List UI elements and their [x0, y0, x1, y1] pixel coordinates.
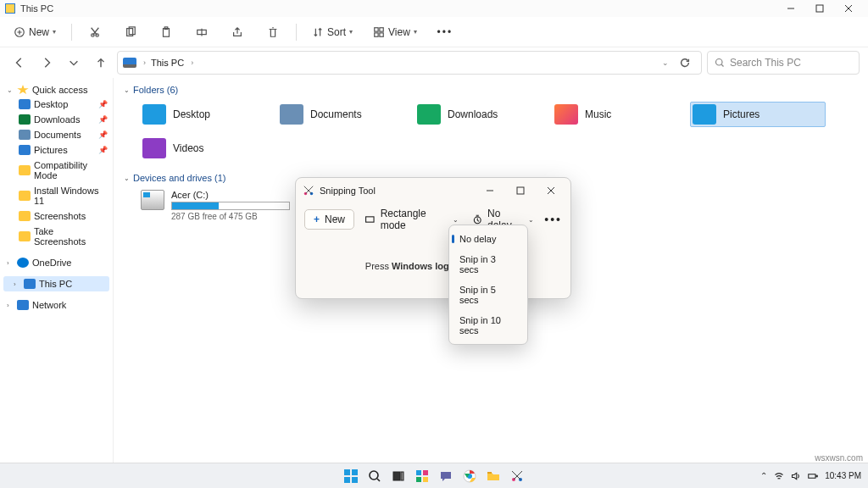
divider: [71, 24, 72, 41]
svg-rect-24: [393, 472, 400, 480]
folders-section-header[interactable]: ⌄Folders (6): [124, 81, 858, 98]
toolbar: New▾ Sort▾ View▾ •••: [0, 17, 868, 47]
share-button[interactable]: [225, 23, 250, 42]
chat-button[interactable]: [437, 467, 455, 485]
sidebar-item[interactable]: Screenshots: [3, 208, 109, 224]
search-box[interactable]: Search This PC: [707, 51, 860, 75]
new-button[interactable]: New▾: [8, 23, 61, 42]
network-header[interactable]: ›Network: [3, 298, 109, 312]
snip-title: Snipping Tool: [320, 186, 376, 196]
snipping-tool-window: Snipping Tool +New Rectangle mode⌄ No de…: [295, 177, 571, 299]
folder-icon: [19, 165, 31, 175]
back-button[interactable]: [8, 52, 31, 74]
svg-rect-11: [375, 32, 378, 36]
menu-item[interactable]: Snip in 5 secs: [449, 280, 527, 310]
sidebar-item-label: Install Windows 11: [34, 186, 108, 206]
snip-mode-label: Rectangle mode: [381, 208, 448, 231]
address-bar[interactable]: › This PC › ⌄: [117, 51, 702, 75]
this-pc-label: This PC: [39, 279, 72, 289]
pin-icon: 📌: [98, 146, 108, 154]
folder-grid: DesktopDocumentsDownloadsMusicPicturesVi…: [124, 98, 858, 169]
wifi-icon[interactable]: [774, 471, 784, 481]
quick-access-header[interactable]: ⌄Quick access: [3, 83, 109, 97]
svg-rect-27: [423, 470, 428, 475]
chevron-down-icon[interactable]: ⌄: [662, 58, 669, 67]
sidebar: ⌄Quick access Desktop📌Downloads📌Document…: [0, 78, 114, 469]
menu-item[interactable]: No delay: [449, 229, 527, 249]
svg-rect-0: [816, 5, 823, 12]
sidebar-item[interactable]: Downloads📌: [3, 112, 109, 127]
snipping-tool-button[interactable]: [508, 467, 526, 485]
snip-maximize-button[interactable]: [508, 180, 533, 202]
explorer-button[interactable]: [484, 467, 503, 485]
sort-button[interactable]: Sort▾: [307, 23, 358, 42]
sidebar-item[interactable]: Compatibility Mode: [3, 158, 109, 183]
sidebar-item-label: Screenshots: [34, 211, 86, 221]
onedrive-label: OneDrive: [32, 258, 71, 268]
folder-label: Pictures: [723, 108, 760, 120]
snip-minimize-button[interactable]: [477, 180, 503, 202]
up-button[interactable]: [90, 52, 112, 74]
sidebar-item[interactable]: Install Windows 11: [3, 183, 109, 208]
system-tray[interactable]: ⌃ 10:43 PM: [760, 471, 861, 481]
cut-button[interactable]: [82, 23, 108, 42]
volume-icon[interactable]: [791, 471, 801, 481]
more-button[interactable]: •••: [432, 23, 458, 42]
close-button[interactable]: [834, 0, 863, 17]
folder-item[interactable]: Downloads: [415, 102, 551, 127]
snip-more-button[interactable]: •••: [544, 213, 562, 226]
snipping-tool-icon: [303, 185, 314, 197]
snip-toolbar: +New Rectangle mode⌄ No delay⌄ •••: [296, 203, 570, 236]
folder-icon: [19, 191, 31, 201]
watermark: wsxwsn.com: [815, 453, 863, 463]
snip-close-button[interactable]: [538, 180, 564, 202]
folder-item[interactable]: Desktop: [141, 102, 276, 127]
svg-rect-32: [487, 472, 492, 474]
maximize-button[interactable]: [805, 0, 834, 17]
drive-icon: [141, 190, 164, 210]
view-button[interactable]: View▾: [368, 23, 422, 42]
folder-icon: [19, 211, 31, 221]
minimize-button[interactable]: [776, 0, 805, 17]
rename-button[interactable]: [189, 23, 214, 42]
forward-button[interactable]: [36, 52, 58, 74]
onedrive-header[interactable]: ›OneDrive: [3, 256, 109, 269]
breadcrumb[interactable]: This PC: [151, 58, 184, 68]
widgets-button[interactable]: [413, 467, 431, 485]
sidebar-item[interactable]: Pictures📌: [3, 142, 109, 158]
sidebar-item-this-pc[interactable]: ›This PC: [3, 276, 109, 291]
clock[interactable]: 10:43 PM: [825, 471, 861, 480]
paste-button[interactable]: [153, 23, 179, 42]
copy-button[interactable]: [118, 23, 143, 42]
window-title: This PC: [20, 3, 53, 14]
chrome-button[interactable]: [460, 467, 479, 485]
folder-item[interactable]: Videos: [141, 136, 276, 161]
refresh-button[interactable]: [674, 52, 696, 74]
folder-item[interactable]: Pictures: [690, 102, 826, 127]
sidebar-item[interactable]: Documents📌: [3, 127, 109, 142]
chevron-up-icon[interactable]: ⌃: [760, 471, 767, 480]
search-button[interactable]: [365, 467, 384, 485]
star-icon: [17, 85, 29, 95]
snip-new-button[interactable]: +New: [304, 209, 354, 230]
start-button[interactable]: [342, 467, 360, 485]
delete-button[interactable]: [260, 23, 286, 42]
svg-rect-26: [416, 470, 421, 475]
sidebar-item[interactable]: Take Screenshots: [3, 224, 109, 249]
new-label: New: [29, 26, 49, 38]
menu-item[interactable]: Snip in 10 secs: [449, 310, 527, 341]
folder-icon: [142, 104, 166, 125]
folder-item[interactable]: Music: [553, 102, 688, 127]
folder-icon: [280, 104, 303, 125]
svg-rect-17: [366, 217, 374, 222]
folders-header-label: Folders (6): [133, 85, 178, 95]
snip-mode-select[interactable]: Rectangle mode⌄: [361, 206, 461, 233]
menu-item[interactable]: Snip in 3 secs: [449, 249, 527, 280]
battery-icon[interactable]: [808, 471, 818, 481]
sidebar-item[interactable]: Desktop📌: [3, 97, 109, 112]
recent-button[interactable]: [63, 52, 85, 74]
divider: [296, 24, 297, 41]
folder-icon: [19, 231, 31, 241]
folder-item[interactable]: Documents: [278, 102, 414, 127]
task-view-button[interactable]: [389, 467, 408, 485]
